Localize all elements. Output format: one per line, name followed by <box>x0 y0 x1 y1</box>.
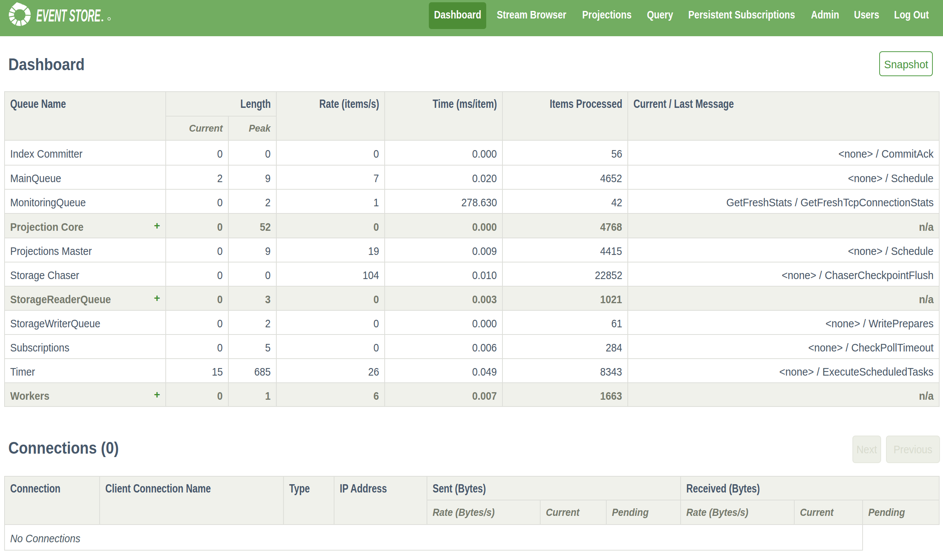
svg-text:EVENT STORE: EVENT STORE <box>36 5 101 25</box>
